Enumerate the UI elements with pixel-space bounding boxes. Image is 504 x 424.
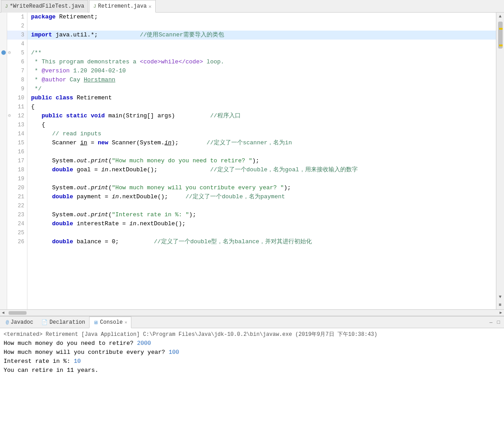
console-value-1: 2000 [137,340,151,347]
console-tab-close[interactable]: ✕ [125,320,127,325]
console-text-1: How much money do you need to retire? [4,340,137,347]
console-terminated-line: <terminated> Retirement [Java Applicatio… [4,330,500,339]
scroll-up-arrow[interactable]: ▲ [496,13,504,20]
line-num-24: 24 [7,219,27,228]
line-num-25: 25 [7,228,27,237]
code-line-10: public class Retirement [27,94,496,103]
code-line-5: /** [27,49,496,58]
editor-tab-bar: J *WriteReadFileTest.java J Retirement.j… [0,0,504,13]
code-line-19 [27,174,496,183]
bottom-tab-bar: @ Javadoc 📄 Declaration 🖥 Console ✕ — □ [0,317,504,328]
tab-console-label: Console [100,319,122,326]
scroll-track[interactable] [498,20,503,293]
code-line-6: * This program demonstrates a <code>whil… [27,58,496,67]
code-line-7: * @version 1.20 2004-02-10 [27,67,496,76]
javadoc-icon: @ [6,320,9,325]
tab-javadoc-label: Javadoc [11,319,33,326]
console-text-3: Interest rate in %: [4,358,74,365]
tab-declaration-label: Declaration [50,319,85,326]
scroll-left-arrow[interactable]: ◀ [0,310,6,316]
code-line-24: double interestRate = in.nextDouble(); [27,219,496,228]
tab-close-button[interactable]: ✕ [148,4,152,9]
line-num-16: 16 [7,147,27,156]
declaration-icon: 📄 [41,319,48,325]
bottom-panel: @ Javadoc 📄 Declaration 🖥 Console ✕ — □ … [0,316,504,424]
line-num-20: 20 [7,183,27,192]
line-num-9: 9 [7,85,27,94]
code-line-26: double balance = 0; //定义了一个double型，名为bal… [27,237,496,246]
code-line-13: { [27,121,496,129]
left-gutter [0,13,7,309]
h-scroll-track[interactable] [6,311,498,315]
line-num-4: 4 [7,40,27,49]
code-line-8: * @author Cay Horstmann [27,76,496,85]
breakpoint-marker [1,50,6,55]
minimize-panel-btn[interactable]: — [488,320,494,325]
code-line-20: System.out.print("How much money will yo… [27,183,496,192]
code-line-1: package Retirement; [27,13,496,22]
console-line-1: How much money do you need to retire? 20… [4,339,500,348]
code-line-18: double goal = in.nextDouble(); //定义了一个do… [27,165,496,174]
code-line-4 [27,40,496,49]
editor-outer: 1 2 3 4 5 6 7 8 9 10 11 12 13 14 15 16 1… [0,13,504,309]
line-num-12: 12 [7,112,27,121]
code-line-21: double payment = in.nextDouble(); //定义了一… [27,192,496,201]
code-line-2 [27,22,496,31]
scroll-right-arrow[interactable]: ▶ [498,310,504,316]
tab-write-read[interactable]: J *WriteReadFileTest.java [1,0,88,13]
line-numbers: 1 2 3 4 5 6 7 8 9 10 11 12 13 14 15 16 1… [7,13,27,309]
code-line-16 [27,147,496,156]
tab-javadoc[interactable]: @ Javadoc [2,317,37,328]
overview-ruler: ≡ [499,300,501,309]
line-num-13: 13 [7,121,27,129]
line-num-6: 6 [7,58,27,67]
code-line-14: // read inputs [27,129,496,138]
code-line-11: { [27,103,496,112]
maximize-panel-btn[interactable]: □ [495,320,501,325]
console-icon: 🖥 [93,320,98,326]
tab-console[interactable]: 🖥 Console ✕ [89,317,131,328]
code-line-9: */ [27,85,496,94]
tab-retirement[interactable]: J Retirement.java ✕ [89,0,155,13]
line-num-8: 8 [7,76,27,85]
line-num-22: 22 [7,201,27,210]
line-num-21: 21 [7,192,27,201]
console-line-4: You can retire in 11 years. [4,366,500,375]
console-text-2: How much money will you contribute every… [4,349,169,356]
line-num-18: 18 [7,165,27,174]
h-scroll-thumb[interactable] [9,311,27,315]
java-file-icon: J [5,4,8,9]
terminated-text: <terminated> Retirement [Java Applicatio… [4,331,378,338]
code-line-25 [27,228,496,237]
code-editor[interactable]: package Retirement; import java.util.*; … [27,13,496,309]
line-num-10: 10 [7,94,27,103]
code-line-3: import java.util.*; //使用Scanner需要导入的类包 [27,31,496,40]
java-file-icon-2: J [93,4,96,9]
scroll-marker-2 [499,45,503,46]
code-line-23: System.out.print("Interest rate in %: ")… [27,210,496,219]
line-num-3: 3 [7,31,27,40]
tab-declaration[interactable]: 📄 Declaration [37,317,89,328]
scroll-down-arrow[interactable]: ▼ [496,293,504,300]
line-num-2: 2 [7,22,27,31]
scroll-marker-1 [499,28,503,30]
line-num-15: 15 [7,138,27,147]
line-num-26: 26 [7,237,27,246]
console-text-4: You can retire in 11 years. [4,367,99,374]
editor-h-scrollbar[interactable]: ◀ ▶ [0,309,504,316]
line-num-19: 19 [7,174,27,183]
line-num-14: 14 [7,129,27,138]
code-line-15: Scanner in = new Scanner(System.in); //定… [27,138,496,147]
line-num-17: 17 [7,156,27,165]
line-num-23: 23 [7,210,27,219]
line-num-7: 7 [7,67,27,76]
console-value-3: 10 [74,358,81,365]
code-line-17: System.out.print("How much money do you … [27,156,496,165]
editor-scrollbar[interactable]: ▲ ▼ ≡ [496,13,504,309]
console-output: <terminated> Retirement [Java Applicatio… [0,328,504,424]
console-line-2: How much money will you contribute every… [4,348,500,357]
console-line-3: Interest rate in %: 10 [4,357,500,366]
code-line-12: public static void main(String[] args) /… [27,112,496,121]
bottom-panel-actions: — □ [488,320,504,325]
line-num-11: 11 [7,103,27,112]
